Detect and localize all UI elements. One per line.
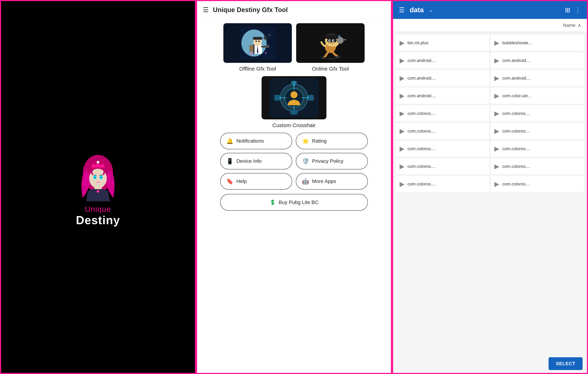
offline-gfx-card[interactable]: Offline Gfx Tool (223, 23, 292, 72)
list-item[interactable]: ▶ com.color.uie... (491, 88, 584, 104)
list-item[interactable]: ▶ com.coloros.... (396, 141, 489, 157)
rating-button[interactable]: ⭐ Rating (296, 133, 368, 149)
file-name: com.coloros.... (502, 129, 530, 134)
svg-rect-26 (266, 45, 269, 48)
folder-icon: ▶ (399, 127, 405, 135)
svg-point-64 (279, 97, 281, 99)
file-name: com.coloros.... (408, 182, 436, 187)
gfx-buttons-grid: 🔔 Notifications ⭐ Rating 📱 Device Info 🛡… (220, 133, 368, 190)
svg-point-62 (293, 84, 295, 86)
privacy-policy-label: Privacy Policy (312, 158, 343, 164)
list-item[interactable]: ▶ com.coloros.... (491, 176, 584, 192)
svg-rect-21 (253, 37, 262, 40)
online-gfx-card[interactable]: Online Gfx Tool (296, 23, 365, 72)
svg-rect-36 (325, 35, 339, 39)
svg-rect-17 (253, 44, 254, 54)
help-button[interactable]: 🔖 Help (220, 173, 292, 190)
files-header-left: ☰ data ⌄ (399, 6, 565, 14)
rating-label: Rating (312, 138, 327, 144)
folder-icon: ▶ (399, 92, 405, 100)
offline-card-label: Offline Gfx Tool (239, 66, 276, 72)
online-card-image (296, 23, 365, 63)
file-name: com.color.uie... (502, 93, 531, 98)
splash-unique-text: Unique (85, 205, 111, 214)
grid-view-icon[interactable]: ⊞ (565, 6, 570, 14)
files-sort-bar: Name ∧ (393, 19, 587, 32)
list-item[interactable]: ▶ com.android.... (396, 88, 489, 104)
svg-point-63 (307, 97, 309, 99)
crosshair-image (262, 76, 326, 119)
phone-icon: 📱 (226, 158, 233, 164)
svg-point-9 (101, 177, 101, 177)
shield-icon: 🛡️ (302, 158, 309, 164)
svg-rect-24 (249, 45, 253, 52)
list-item[interactable]: ▶ bubbleshoote... (491, 35, 584, 51)
privacy-policy-button[interactable]: 🛡️ Privacy Policy (296, 153, 368, 169)
svg-point-30 (265, 52, 267, 54)
files-panel: ☰ data ⌄ ⊞ ⋮ Name ∧ ▶ bin.mt.plus ▶ bubb… (392, 0, 588, 374)
splash-destiny-text: Destiny (76, 214, 120, 227)
files-dropdown-icon[interactable]: ⌄ (429, 7, 433, 13)
list-item[interactable]: ▶ com.android.... (491, 52, 584, 69)
list-item[interactable]: ▶ com.coloros.... (491, 123, 584, 139)
crosshair-card[interactable]: Custom Crosshair (203, 76, 385, 128)
more-apps-button[interactable]: 🤖 More Apps (296, 173, 368, 190)
folder-icon: ▶ (494, 74, 499, 82)
folder-icon: ▶ (399, 74, 405, 82)
list-item[interactable]: ▶ bin.mt.plus (396, 35, 489, 51)
list-item[interactable]: ▶ com.coloros.... (491, 105, 584, 122)
folder-icon: ▶ (399, 145, 405, 153)
crosshair-label: Custom Crosshair (272, 122, 316, 128)
file-name: com.coloros.... (408, 129, 436, 134)
svg-point-44 (337, 37, 344, 43)
list-item[interactable]: ▶ com.coloros.... (396, 176, 489, 192)
file-name: com.coloros.... (408, 111, 436, 116)
files-grid: ▶ bin.mt.plus ▶ bubbleshoote... ▶ com.an… (393, 32, 587, 354)
device-info-button[interactable]: 📱 Device Info (220, 153, 292, 169)
list-item[interactable]: ▶ com.android.... (491, 70, 584, 86)
dollar-icon: 💲 (270, 199, 276, 205)
file-name: com.android.... (502, 58, 531, 63)
list-item[interactable]: ▶ com.coloros.... (396, 105, 489, 122)
list-item[interactable]: ▶ com.coloros.... (491, 141, 584, 157)
files-header-right: ⊞ ⋮ (565, 6, 581, 14)
gfx-app-title: Unique Destiny Gfx Tool (213, 6, 288, 14)
svg-rect-61 (292, 81, 296, 83)
splash-logo-svg (73, 147, 123, 201)
gfx-content: Offline Gfx Tool (197, 19, 391, 373)
svg-point-46 (321, 57, 325, 59)
buy-pubg-button[interactable]: 💲 Buy Pubg Lite BC (220, 194, 368, 211)
list-item[interactable]: ▶ com.android.... (396, 70, 489, 86)
files-menu-icon[interactable]: ☰ (399, 6, 405, 14)
folder-icon: ▶ (399, 163, 405, 170)
list-item[interactable]: ▶ com.android.... (396, 52, 489, 69)
list-item[interactable]: ▶ com.coloros.... (396, 123, 489, 139)
notifications-label: Notifications (236, 138, 264, 144)
robot-icon: 🤖 (302, 178, 309, 184)
sort-arrow-icon[interactable]: ∧ (578, 22, 581, 28)
folder-icon: ▶ (494, 39, 499, 47)
svg-rect-59 (290, 110, 298, 115)
online-card-label: Online Gfx Tool (312, 66, 349, 72)
list-item[interactable]: ▶ com.coloros.... (491, 158, 584, 175)
select-button[interactable]: SELECT (548, 357, 583, 370)
bookmark-icon: 🔖 (226, 178, 233, 184)
folder-icon: ▶ (494, 145, 499, 153)
svg-point-8 (94, 177, 95, 177)
file-name: com.android.... (408, 76, 436, 81)
svg-point-47 (336, 56, 340, 58)
list-item[interactable]: ▶ com.coloros.... (396, 158, 489, 175)
svg-point-27 (263, 35, 268, 40)
folder-icon: ▶ (494, 92, 499, 100)
folder-icon: ▶ (399, 39, 405, 47)
files-more-icon[interactable]: ⋮ (575, 6, 581, 14)
notifications-button[interactable]: 🔔 Notifications (220, 133, 292, 149)
files-title: data (410, 6, 424, 14)
offline-card-image (223, 23, 292, 63)
more-apps-label: More Apps (312, 178, 336, 184)
file-name: com.android.... (408, 93, 436, 98)
svg-point-22 (255, 41, 257, 42)
splash-panel: Unique Destiny (0, 0, 196, 374)
svg-rect-45 (343, 39, 346, 40)
hamburger-icon[interactable]: ☰ (203, 7, 209, 13)
